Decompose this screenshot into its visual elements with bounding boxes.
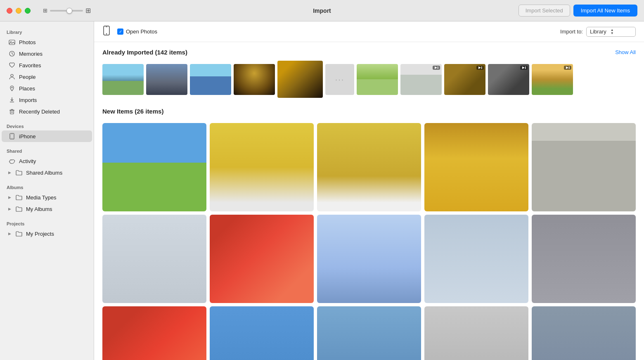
window-title: Import xyxy=(313,7,331,14)
sidebar-media-types-label: Media Types xyxy=(26,194,56,201)
open-photos-checkbox[interactable]: ✓ xyxy=(117,28,123,35)
svg-point-1 xyxy=(10,41,11,42)
photos-icon xyxy=(8,38,16,46)
list-item[interactable] xyxy=(357,64,398,95)
titlebar: ⊞ ⊞ Import Import Selected Import All Ne… xyxy=(0,0,644,21)
new-items-header: New Items (26 items) xyxy=(102,108,636,115)
sidebar-item-my-albums[interactable]: ▶ My Albums xyxy=(2,203,92,215)
svg-rect-19 xyxy=(525,66,526,69)
memories-icon xyxy=(8,50,16,57)
list-item[interactable] xyxy=(234,64,275,95)
sidebar-item-shared-albums[interactable]: ▶ Shared Albums xyxy=(2,167,92,178)
sidebar-item-my-projects[interactable]: ▶ My Projects xyxy=(2,228,92,239)
list-item[interactable] xyxy=(210,123,314,211)
import-to-text: Import to: xyxy=(560,28,583,35)
import-selected-button[interactable]: Import Selected xyxy=(519,5,570,17)
already-imported-header: Already Imported (142 items) Show All xyxy=(102,49,636,56)
video-badge xyxy=(520,66,528,70)
zoom-slider-track[interactable] xyxy=(50,10,83,12)
svg-rect-0 xyxy=(9,40,15,45)
sidebar-item-favorites[interactable]: Favorites xyxy=(2,59,92,71)
window-controls xyxy=(7,8,31,14)
list-item[interactable] xyxy=(532,64,573,95)
svg-point-4 xyxy=(12,87,13,88)
list-item[interactable] xyxy=(424,215,528,303)
svg-rect-15 xyxy=(438,66,438,69)
minimize-button[interactable] xyxy=(16,8,21,14)
folder-projects-icon xyxy=(15,230,23,237)
svg-point-3 xyxy=(11,74,13,77)
sidebar-item-iphone[interactable]: iPhone xyxy=(2,130,92,142)
close-button[interactable] xyxy=(7,8,12,14)
list-item[interactable] xyxy=(444,64,485,95)
import-all-button[interactable]: Import All New Items xyxy=(573,5,637,17)
list-item[interactable] xyxy=(532,215,636,303)
list-item[interactable] xyxy=(532,123,636,211)
new-items-grid xyxy=(94,123,644,360)
open-photos-label[interactable]: ✓ Open Photos xyxy=(117,28,157,35)
folder-shared-icon xyxy=(15,169,23,176)
list-item[interactable] xyxy=(317,123,421,211)
list-item[interactable] xyxy=(190,64,231,95)
library-section-label: Library xyxy=(0,26,94,36)
import-to-dropdown[interactable]: Library ▲ ▼ xyxy=(586,27,636,37)
sidebar-item-memories[interactable]: Memories xyxy=(2,48,92,59)
list-item[interactable] xyxy=(317,306,421,360)
new-items-title: New Items (26 items) xyxy=(102,108,163,115)
sidebar: Library Photos Memories Favorites People xyxy=(0,21,94,360)
zoom-slider-thumb[interactable] xyxy=(66,8,72,14)
phone-icon-area xyxy=(102,26,111,38)
sidebar-imports-label: Imports xyxy=(19,97,37,103)
sidebar-places-label: Places xyxy=(19,85,35,92)
sidebar-photos-label: Photos xyxy=(19,39,36,45)
sidebar-item-imports[interactable]: Imports xyxy=(2,94,92,106)
list-item[interactable] xyxy=(277,61,323,98)
list-item-more[interactable]: ··· xyxy=(325,64,354,95)
sidebar-item-people[interactable]: People xyxy=(2,71,92,83)
svg-marker-18 xyxy=(522,66,525,69)
sidebar-my-projects-label: My Projects xyxy=(26,231,54,237)
shared-albums-expand-icon: ▶ xyxy=(8,171,11,175)
list-item[interactable] xyxy=(317,215,421,303)
sidebar-item-places[interactable]: Places xyxy=(2,83,92,94)
grid-large-icon: ⊞ xyxy=(85,7,91,14)
svg-rect-5 xyxy=(10,110,14,114)
content-area: ✓ Open Photos Import to: Library ▲ ▼ Alr… xyxy=(94,21,644,360)
list-item[interactable] xyxy=(532,306,636,360)
sidebar-item-recently-deleted[interactable]: Recently Deleted xyxy=(2,106,92,117)
cloud-icon xyxy=(8,157,16,165)
projects-section-label: Projects xyxy=(0,218,94,228)
list-item[interactable] xyxy=(210,215,314,303)
svg-point-10 xyxy=(12,138,12,139)
svg-rect-21 xyxy=(569,66,570,69)
sidebar-item-photos[interactable]: Photos xyxy=(2,36,92,48)
shared-section-label: Shared xyxy=(0,145,94,155)
favorites-icon xyxy=(8,62,16,69)
sidebar-memories-label: Memories xyxy=(19,51,43,57)
maximize-button[interactable] xyxy=(25,8,31,14)
sidebar-item-media-types[interactable]: ▶ Media Types xyxy=(2,192,92,203)
list-item[interactable] xyxy=(102,306,206,360)
list-item[interactable] xyxy=(400,64,442,95)
sidebar-item-activity[interactable]: Activity xyxy=(2,155,92,167)
sidebar-activity-label: Activity xyxy=(19,158,36,164)
video-badge xyxy=(476,66,484,70)
list-item[interactable] xyxy=(210,306,314,360)
already-imported-title: Already Imported (142 items) xyxy=(102,49,187,56)
albums-section-label: Albums xyxy=(0,182,94,192)
list-item[interactable] xyxy=(102,64,144,95)
svg-point-13 xyxy=(106,33,107,34)
media-types-expand-icon: ▶ xyxy=(8,195,11,199)
show-all-link[interactable]: Show All xyxy=(615,49,636,55)
list-item[interactable] xyxy=(424,123,528,211)
list-item[interactable] xyxy=(424,306,528,360)
list-item[interactable] xyxy=(102,123,206,211)
imports-icon xyxy=(8,96,16,104)
list-item[interactable] xyxy=(102,215,206,303)
sidebar-recently-deleted-label: Recently Deleted xyxy=(19,109,60,115)
list-item[interactable] xyxy=(146,64,187,95)
list-item[interactable] xyxy=(488,64,529,95)
svg-marker-20 xyxy=(566,66,568,69)
already-imported-section: Already Imported (142 items) Show All ··… xyxy=(94,42,644,101)
import-to-area: Import to: Library ▲ ▼ xyxy=(560,27,636,37)
